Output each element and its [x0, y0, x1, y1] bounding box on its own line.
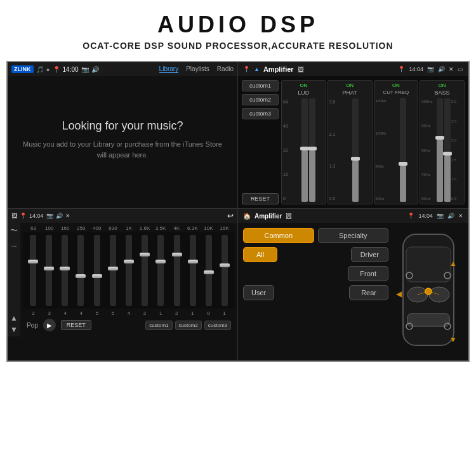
- amplifier-header: 📍 ▲ Amplifier 🖼 📍 14:04 📷 🔊 ✕ ▭: [238, 62, 468, 76]
- eq-slider-100[interactable]: [46, 235, 52, 306]
- eq-custom-presets: custom1 custom2 custom3: [145, 321, 231, 330]
- eq-main: 〜 〰 ▲ ▼ 63 100 160 250 400 630 1K 1.6K 2…: [8, 223, 237, 336]
- eq-slider-400[interactable]: [94, 235, 100, 306]
- db-630: 5: [105, 310, 121, 316]
- cutfreq-slider-1[interactable]: [400, 98, 406, 202]
- eq-bottom-bar: Pop ▶ RESET custom1 custom2 custom3: [23, 316, 235, 334]
- phat-slider-1[interactable]: [352, 98, 359, 202]
- lud-label: LUD: [298, 90, 309, 96]
- all-driver-row: All Driver: [243, 247, 388, 262]
- dsp-channels: ON LUD 644832160: [281, 80, 465, 204]
- car-diagram: ▲ ▼ ◀: [393, 228, 463, 356]
- library-empty-body: Music you add to your Library or purchas…: [20, 139, 225, 160]
- freq-250: 250: [73, 225, 89, 231]
- freq-6_3k: 6.3K: [185, 225, 201, 231]
- status-time-4: 14:04: [418, 213, 433, 219]
- db-100: 3: [41, 310, 57, 316]
- library-empty-title: Looking for your music?: [20, 119, 225, 133]
- eq-slider-1k[interactable]: [126, 235, 132, 306]
- freq-160: 160: [57, 225, 73, 231]
- preset-custom2[interactable]: custom2: [242, 94, 279, 105]
- eq-mode-icon: 〰: [10, 244, 18, 250]
- minimize-icon: ▭: [458, 66, 463, 72]
- bass-sliders: [435, 98, 451, 202]
- lud-scale: 644832160: [283, 98, 293, 202]
- all-button[interactable]: All: [243, 247, 277, 262]
- eq-slider-group-160: [57, 235, 72, 306]
- phat-scale: 3.02.11.30.5: [329, 98, 341, 202]
- specialty-button[interactable]: Specialty: [318, 228, 389, 243]
- eq-custom1[interactable]: custom1: [145, 321, 172, 330]
- svg-text:▼: ▼: [449, 335, 457, 344]
- cutfreq-scale: 120Hz100Hz80Hz60Hz: [376, 98, 390, 202]
- db-1_6k: 2: [137, 310, 153, 316]
- screenshot-icon: 🖼: [298, 66, 304, 73]
- volume-icon-3: 🔊: [56, 213, 63, 219]
- common-button[interactable]: Common: [243, 228, 314, 243]
- cutfreq-label: CUT FREQ: [383, 90, 409, 95]
- eq-up-icon[interactable]: ▲: [10, 314, 18, 322]
- eq-slider-group-400: [89, 235, 104, 306]
- camera-icon: 📷: [81, 66, 89, 73]
- freq-630: 630: [105, 225, 121, 231]
- eq-slider-63[interactable]: [30, 235, 36, 306]
- volume-icon-2: 🔊: [438, 66, 445, 72]
- eq-slider-250[interactable]: [77, 235, 84, 306]
- eq-reset-button[interactable]: RESET: [61, 320, 91, 330]
- eq-slider-10k[interactable]: [206, 235, 212, 306]
- eq-slider-16k[interactable]: [221, 235, 228, 306]
- eq-slider-1_6k[interactable]: [142, 235, 148, 306]
- x-icon-4: ✕: [458, 213, 463, 219]
- freq-4k: 4K: [169, 225, 185, 231]
- eq-custom2[interactable]: custom2: [175, 321, 202, 330]
- bass-slider-1[interactable]: [437, 98, 443, 202]
- lud-sliders: [293, 98, 324, 202]
- eq-slider-2_5k[interactable]: [157, 235, 164, 306]
- lud-slider-2[interactable]: [309, 98, 315, 202]
- back-icon[interactable]: ↩: [227, 211, 234, 220]
- eq-slider-6_3k[interactable]: [190, 235, 196, 306]
- db-2_5k: 1: [153, 310, 169, 316]
- tab-radio[interactable]: Radio: [217, 65, 234, 73]
- eq-slider-630[interactable]: [110, 235, 116, 306]
- page-header: AUDIO DSP OCAT-CORE DSP SOUND PROCESSOR,…: [0, 0, 476, 56]
- location-icon: 📍: [53, 66, 60, 73]
- speaker-header: 🏠 Amplifier 🖼 📍 14:04 📷 🔊 ✕: [238, 209, 468, 223]
- bass-slider-2[interactable]: [444, 98, 451, 202]
- screenshot-icon-3: 🖼: [11, 213, 17, 219]
- play-button[interactable]: ▶: [43, 319, 56, 331]
- eq-slider-group-10k: [202, 235, 216, 306]
- speaker-controls: Common Specialty All Driver Front User R…: [243, 228, 388, 356]
- eq-slider-4k[interactable]: [174, 235, 180, 306]
- eq-slider-160[interactable]: [62, 235, 68, 306]
- user-rear-row: User Rear: [243, 285, 388, 300]
- eq-db-labels: 2 3 4 4 5 5 4 2 1 2 1 0 1: [23, 310, 235, 316]
- front-button[interactable]: Front: [348, 266, 388, 281]
- db-63: 2: [25, 310, 41, 316]
- eq-down-icon[interactable]: ▼: [10, 325, 18, 334]
- camera-icon-2: 📷: [427, 66, 434, 72]
- rear-button[interactable]: Rear: [349, 285, 388, 300]
- dsp-presets: custom1 custom2 custom3 RESET: [242, 80, 279, 204]
- freq-400: 400: [89, 225, 105, 231]
- preset-custom3[interactable]: custom3: [242, 108, 279, 119]
- location-icon-5: 📍: [407, 213, 414, 219]
- eq-custom3[interactable]: custom3: [204, 321, 231, 330]
- eq-freq-labels: 63 100 160 250 400 630 1K 1.6K 2.5K 4K 6…: [23, 225, 235, 231]
- screenshot-icon-4: 🖼: [286, 213, 292, 220]
- tab-library[interactable]: Library: [159, 65, 179, 73]
- volume-icon-4: 🔊: [447, 213, 454, 219]
- driver-button[interactable]: Driver: [351, 247, 388, 262]
- user-button[interactable]: User: [243, 285, 274, 300]
- preset-reset[interactable]: RESET: [242, 193, 279, 204]
- status-time-1: 14:00: [63, 66, 79, 73]
- speaker-content: Common Specialty All Driver Front User R…: [238, 223, 468, 361]
- db-250: 4: [73, 310, 89, 316]
- eq-slider-group-100: [41, 235, 56, 306]
- zlink-badge: ZLINK: [11, 65, 34, 73]
- tab-playlists[interactable]: Playlists: [186, 65, 209, 73]
- cutfreq-sliders: [390, 98, 417, 202]
- lud-slider-1[interactable]: [301, 98, 308, 202]
- eq-slider-group-2_5k: [154, 235, 168, 306]
- preset-custom1[interactable]: custom1: [242, 80, 279, 91]
